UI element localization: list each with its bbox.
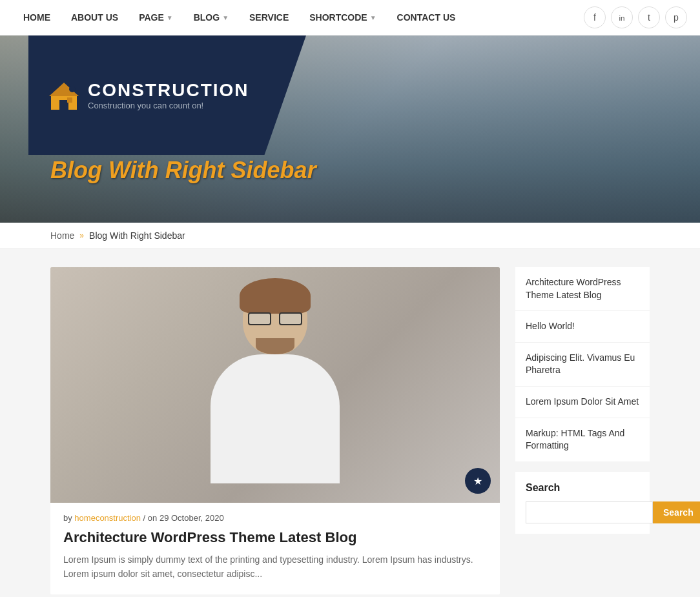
page-dropdown-arrow: ▼ — [167, 14, 173, 21]
person-hair — [240, 278, 311, 314]
breadcrumb-home[interactable]: Home — [50, 230, 74, 241]
recent-posts-list: Architecture WordPress Theme Latest Blog… — [515, 267, 650, 461]
blog-card: ★ by homeconstruction / on 29 October, 2… — [50, 267, 500, 594]
recent-post-item[interactable]: Lorem Ipsum Dolor Sit Amet — [515, 387, 650, 418]
twitter-icon[interactable]: t — [638, 6, 660, 28]
person-figure — [191, 283, 359, 503]
logo-area: CONSTRUCTION Construction you can count … — [28, 35, 306, 155]
svg-point-4 — [69, 86, 76, 92]
blog-dropdown-arrow: ▼ — [222, 14, 229, 21]
glass-right — [279, 312, 302, 325]
hero-banner: CONSTRUCTION Construction you can count … — [0, 35, 700, 223]
logo-house-icon — [48, 79, 80, 112]
navbar: Home ABOUT US PAGE ▼ BLOG ▼ SERVICE SHOR… — [0, 0, 700, 35]
sidebar: Architecture WordPress Theme Latest Blog… — [515, 267, 650, 597]
blog-area: ★ by homeconstruction / on 29 October, 2… — [50, 267, 500, 597]
logo-text: CONSTRUCTION Construction you can count … — [88, 80, 249, 110]
breadcrumb-separator: » — [79, 231, 84, 240]
search-widget: Search Search — [515, 472, 650, 534]
person-beard — [256, 338, 294, 354]
nav-item-home[interactable]: Home — [13, 1, 61, 34]
search-row: Search — [526, 501, 639, 523]
share-button[interactable]: ★ — [465, 468, 491, 494]
linkedin-icon[interactable]: in — [611, 6, 633, 28]
svg-rect-3 — [67, 97, 72, 103]
recent-post-item[interactable]: Architecture WordPress Theme Latest Blog — [515, 267, 650, 311]
recent-post-item[interactable]: Adipiscing Elit. Vivamus Eu Pharetra — [515, 343, 650, 387]
person-glasses — [248, 312, 302, 325]
nav-menu: Home ABOUT US PAGE ▼ BLOG ▼ SERVICE SHOR… — [13, 1, 466, 34]
blog-title[interactable]: Architecture WordPress Theme Latest Blog — [63, 529, 487, 546]
search-label: Search — [526, 482, 639, 494]
nav-item-about[interactable]: ABOUT US — [61, 1, 129, 34]
glass-left — [248, 312, 271, 325]
svg-rect-2 — [59, 100, 68, 110]
breadcrumb: Home » Blog With Right Sidebar — [0, 223, 700, 249]
social-links: f in t p — [584, 6, 687, 28]
pinterest-icon[interactable]: p — [665, 6, 687, 28]
nav-item-shortcode[interactable]: SHORTCODE ▼ — [299, 1, 386, 34]
recent-post-item[interactable]: Markup: HTML Tags And Formatting — [515, 418, 650, 461]
recent-post-item[interactable]: Hello World! — [515, 311, 650, 343]
blog-meta: by homeconstruction / on 29 October, 202… — [63, 513, 487, 523]
search-button[interactable]: Search — [653, 501, 700, 523]
hero-title: Blog With Right Sidebar — [50, 157, 316, 184]
search-input[interactable] — [526, 501, 653, 523]
nav-item-page[interactable]: PAGE ▼ — [129, 1, 183, 34]
blog-featured-image: ★ — [50, 267, 500, 503]
blog-card-body: by homeconstruction / on 29 October, 202… — [50, 503, 500, 594]
nav-item-service[interactable]: SERVICE — [239, 1, 299, 34]
nav-item-blog[interactable]: BLOG ▼ — [183, 1, 239, 34]
blog-excerpt: Lorem Ipsum is simply dummy text of the … — [63, 552, 487, 582]
breadcrumb-current: Blog With Right Sidebar — [89, 230, 185, 241]
person-body — [211, 354, 340, 483]
facebook-icon[interactable]: f — [584, 6, 606, 28]
person-head — [243, 283, 307, 354]
nav-item-contact[interactable]: CONTACT US — [387, 1, 466, 34]
main-content: ★ by homeconstruction / on 29 October, 2… — [0, 249, 700, 597]
shortcode-dropdown-arrow: ▼ — [370, 14, 376, 21]
recent-posts-widget: Architecture WordPress Theme Latest Blog… — [515, 267, 650, 461]
